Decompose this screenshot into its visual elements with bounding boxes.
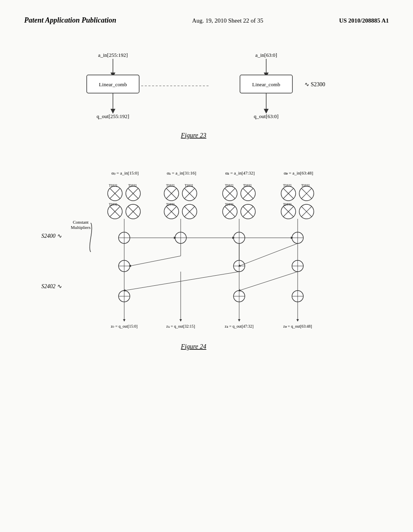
fig24-t-c4-2: T[03]: [301, 183, 310, 187]
fig23-output2-label: q_out[63:0]: [254, 113, 278, 119]
fig24-const-mult-label2: Multipliers: [71, 225, 91, 230]
fig24-t-c3-2: T[03]: [243, 183, 252, 187]
fig24-alpha0: α₀ = a_in[15:0]: [111, 170, 138, 175]
page-header: Patent Application Publication Aug. 19, …: [0, 0, 413, 33]
fig24-t-c1-2: T[03]: [128, 183, 137, 187]
fig23-caption: Figure 23: [181, 132, 206, 139]
fig24-alpha3: α₃ = a_in[63:48]: [284, 170, 313, 175]
sheet-info: Aug. 19, 2010 Sheet 22 of 35: [192, 17, 263, 24]
fig24-s2400-tilde: ∿: [57, 233, 62, 239]
fig24-t-c1-1: T[02]: [109, 183, 117, 187]
fig24-out-label1: z₀ = q_out[15:0]: [111, 324, 138, 328]
fig24-t-c2-3: T[03]: [166, 202, 175, 206]
figure-23-area: a_in[255:192] Linear_comb q_out[255:192]…: [0, 33, 413, 159]
fig24-const-mult-label1: Constant: [73, 220, 88, 224]
fig24-t-c3-1: T[02]: [225, 183, 234, 187]
fig24-alpha2: α₂ = a_in[47:32]: [225, 170, 255, 175]
fig24-s2402-tilde: ∿: [57, 283, 62, 289]
fig24-diag-wire-2-to-1: [130, 256, 181, 266]
fig24-diag-wire-4-to-3: [239, 243, 298, 266]
fig24-caption: Figure 24: [181, 343, 206, 350]
fig23-s2300-tilde: ∿ S2300: [305, 81, 325, 87]
publication-title: Patent Application Publication: [24, 16, 116, 25]
fig24-diag-wire-3-to-1: [124, 272, 239, 291]
fig24-out-label3: z₂ = q_out[47:32]: [225, 324, 253, 328]
fig24-t-c1-3: T[03]: [109, 202, 117, 206]
fig24-diag-wire-4-to-3-r2: [239, 272, 298, 291]
fig24-t-c2-1: T[02]: [166, 183, 175, 187]
fig23-block1-label: Linear_comb: [99, 81, 127, 87]
fig24-out-label2: z₁ = q_out[32:15]: [166, 324, 195, 328]
fig23-output1-label: q_out[255:192]: [97, 113, 129, 119]
patent-number: US 2010/208885 A1: [339, 17, 389, 24]
fig24-s2402-label: S2402: [42, 283, 56, 289]
page: Patent Application Publication Aug. 19, …: [0, 0, 413, 532]
fig24-t-c4-1: T[02]: [283, 183, 292, 187]
figure-24-svg: S2400 ∿ S2402 ∿ Constant Multipliers α₀ …: [24, 163, 403, 373]
fig23-input1-label: a_in[255:192]: [98, 52, 128, 58]
fig23-block2-label: Linear_comb: [252, 81, 280, 87]
figure-24-area: S2400 ∿ S2402 ∿ Constant Multipliers α₀ …: [0, 155, 413, 382]
fig24-t-c3-3: T[03]: [225, 202, 234, 206]
fig24-s2400-label: S2400: [42, 233, 56, 239]
fig24-alpha1: α₁ = a_in[31:16]: [167, 170, 196, 175]
fig23-input2-label: a_in[63:0]: [255, 52, 277, 58]
figure-23-svg: a_in[255:192] Linear_comb q_out[255:192]…: [24, 41, 387, 150]
fig24-t-c4-3: T[03]: [283, 202, 292, 206]
fig24-t-c2-2: T[03]: [185, 183, 193, 187]
fig24-out-label4: z₃ = q_out[63:48]: [283, 324, 312, 328]
